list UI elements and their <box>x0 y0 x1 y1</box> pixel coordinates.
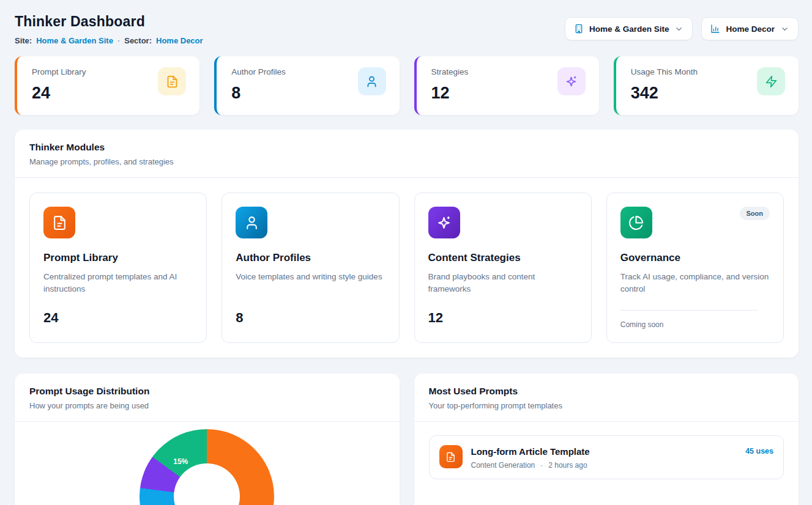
title-block: Thinker Dashboard Site: Home & Garden Si… <box>15 13 203 45</box>
document-icon <box>43 207 75 238</box>
prompt-title: Long-form Article Template <box>471 446 737 457</box>
site-label: Site: <box>15 36 32 45</box>
prompt-list-item[interactable]: Long-form Article Template Content Gener… <box>429 435 784 479</box>
zap-icon <box>757 67 785 95</box>
module-card-content-strategies[interactable]: Content Strategies Brand playbooks and c… <box>414 193 592 343</box>
module-description: Track AI usage, compliance, and version … <box>620 271 770 297</box>
module-card-governance[interactable]: Soon Governance Track AI usage, complian… <box>606 193 784 343</box>
stat-value: 8 <box>231 84 286 103</box>
stat-value: 12 <box>431 84 469 103</box>
usage-card-title: Prompt Usage Distribution <box>29 386 385 397</box>
bottom-row: Prompt Usage Distribution How your promp… <box>15 374 799 505</box>
document-icon <box>439 445 463 468</box>
user-icon <box>358 67 386 95</box>
pie-chart-icon <box>620 207 652 238</box>
soon-badge: Soon <box>740 207 770 220</box>
sector-selector-label: Home Decor <box>726 24 775 34</box>
chevron-down-icon <box>780 24 789 34</box>
site-link[interactable]: Home & Garden Site <box>36 36 113 45</box>
thinker-modules-panel: Thinker Modules Manage prompts, profiles… <box>15 130 799 358</box>
separator-dot: · <box>540 461 543 470</box>
sector-label: Sector: <box>124 36 152 45</box>
stat-label: Strategies <box>431 67 469 76</box>
usage-card-subtitle: How your prompts are being used <box>29 401 385 410</box>
stat-label: Prompt Library <box>32 67 86 76</box>
modules-section-subtitle: Manage prompts, profiles, and strategies <box>29 157 784 166</box>
bar-chart-icon <box>710 24 720 34</box>
most-used-prompts-panel: Most Used Prompts Your top-performing pr… <box>414 374 799 505</box>
module-card-author-profiles[interactable]: Author Profiles Voice templates and writ… <box>222 193 399 343</box>
stat-card-author-profiles: Author Profiles 8 <box>214 56 399 115</box>
prompts-panel-header: Most Used Prompts Your top-performing pr… <box>414 374 799 422</box>
stats-row: Prompt Library 24 Author Profiles 8 Stra… <box>15 56 799 115</box>
module-title: Governance <box>620 252 770 264</box>
stat-label: Usage This Month <box>631 67 698 76</box>
dashboard-page: Thinker Dashboard Site: Home & Garden Si… <box>0 0 812 505</box>
prompts-card-title: Most Used Prompts <box>429 386 784 397</box>
stat-value: 342 <box>631 84 698 103</box>
module-count: 12 <box>428 310 578 326</box>
module-title: Author Profiles <box>236 252 385 264</box>
sparkles-icon <box>428 207 460 238</box>
modules-grid: Prompt Library Centralized prompt templa… <box>15 178 799 358</box>
stat-label: Author Profiles <box>231 67 286 76</box>
topbar: Thinker Dashboard Site: Home & Garden Si… <box>15 13 799 45</box>
module-title: Content Strategies <box>428 252 578 264</box>
stat-card-usage: Usage This Month 342 <box>614 56 799 115</box>
chevron-down-icon <box>674 24 683 34</box>
module-description: Voice templates and writing style guides <box>236 271 385 297</box>
separator-dot: · <box>117 36 120 45</box>
modules-section-title: Thinker Modules <box>29 142 784 153</box>
module-count: 24 <box>43 310 193 326</box>
document-icon <box>158 67 186 95</box>
donut-chart: 15% <box>140 429 274 505</box>
header-controls: Home & Garden Site Home Decor <box>565 17 799 40</box>
prompt-list: Long-form Article Template Content Gener… <box>414 422 799 493</box>
module-title: Prompt Library <box>43 252 193 264</box>
user-icon <box>236 207 267 238</box>
stat-card-prompt-library: Prompt Library 24 <box>15 56 199 115</box>
modules-panel-header: Thinker Modules Manage prompts, profiles… <box>15 130 799 178</box>
prompt-category: Content Generation <box>471 461 535 470</box>
usage-panel-header: Prompt Usage Distribution How your promp… <box>15 374 400 422</box>
divider <box>620 310 758 311</box>
module-count: 8 <box>236 310 385 326</box>
donut-chart-area: 15% <box>15 422 400 505</box>
sparkles-icon <box>557 67 586 95</box>
site-selector-button[interactable]: Home & Garden Site <box>565 17 693 40</box>
coming-soon-note: Coming soon <box>620 320 770 329</box>
sector-selector-button[interactable]: Home Decor <box>701 17 799 40</box>
page-title: Thinker Dashboard <box>15 13 203 30</box>
site-selector-label: Home & Garden Site <box>589 24 669 34</box>
module-description: Centralized prompt templates and AI inst… <box>43 271 193 297</box>
donut-slice-label: 15% <box>173 457 188 466</box>
module-description: Brand playbooks and content frameworks <box>428 271 578 297</box>
prompt-usage-panel: Prompt Usage Distribution How your promp… <box>15 374 400 505</box>
prompts-card-subtitle: Your top-performing prompt templates <box>429 401 784 410</box>
stat-value: 24 <box>32 84 86 103</box>
prompt-time: 2 hours ago <box>548 461 587 470</box>
breadcrumb: Site: Home & Garden Site · Sector: Home … <box>15 36 203 45</box>
stat-card-strategies: Strategies 12 <box>414 56 599 115</box>
building-icon <box>574 24 584 34</box>
module-card-prompt-library[interactable]: Prompt Library Centralized prompt templa… <box>29 193 207 343</box>
sector-link[interactable]: Home Decor <box>156 36 203 45</box>
prompt-uses-badge: 45 uses <box>745 447 773 455</box>
